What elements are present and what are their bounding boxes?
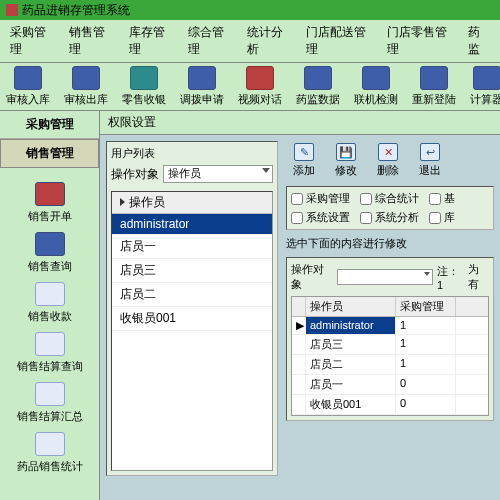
delete-icon: ✕	[378, 143, 398, 161]
stats-icon	[35, 432, 65, 456]
menu-inventory[interactable]: 库存管理	[123, 22, 178, 60]
perm-note2-label: 注：1	[437, 264, 464, 291]
add-icon: ✎	[294, 143, 314, 161]
user-row-2[interactable]: 店员三	[112, 259, 272, 283]
grid-row[interactable]: ▶administrator1	[292, 317, 488, 335]
sum-icon	[35, 382, 65, 406]
user-row-3[interactable]: 店员二	[112, 283, 272, 307]
chk-purchase[interactable]: 采购管理	[291, 191, 350, 206]
grid-col-perm: 采购管理	[396, 297, 456, 316]
content-panel: 权限设置 用户列表 操作对象 操作员 操作员 administrator 店员一…	[100, 111, 500, 500]
user-row-admin[interactable]: administrator	[112, 214, 272, 235]
app-icon	[6, 4, 18, 16]
action-bar: ✎添加 💾修改 ✕删除 ↩退出	[286, 141, 494, 180]
box-out-icon	[72, 66, 100, 90]
object-label: 操作对象	[111, 166, 159, 183]
menu-delivery[interactable]: 门店配送管理	[300, 22, 377, 60]
grid-row[interactable]: 店员一0	[292, 375, 488, 395]
tb-audit-in[interactable]: 审核入库	[6, 66, 50, 107]
relogin-icon	[420, 66, 448, 90]
grid-header: 操作员 采购管理	[292, 297, 488, 317]
menu-retail[interactable]: 门店零售管理	[381, 22, 458, 60]
chk-analysis[interactable]: 系统分析	[360, 210, 419, 225]
tb-calc[interactable]: 计算器	[470, 66, 500, 107]
perm-table-group: 操作对象 注：1 为有 操作员 采购管理 ▶administrator1 店员三…	[286, 257, 494, 421]
delete-button[interactable]: ✕删除	[372, 143, 404, 178]
transfer-icon	[188, 66, 216, 90]
tb-online[interactable]: 联机检测	[354, 66, 398, 107]
grid-row[interactable]: 收银员0010	[292, 395, 488, 415]
userlist-header: 操作员	[129, 195, 165, 209]
calculator-icon	[473, 66, 501, 90]
tb-cash[interactable]: 零售收银	[122, 66, 166, 107]
side-settle-query[interactable]: 销售结算查询	[4, 332, 95, 374]
sidetab-sales[interactable]: 销售管理	[0, 139, 99, 168]
grid-row[interactable]: 店员二1	[292, 355, 488, 375]
menu-stats[interactable]: 统计分析	[241, 22, 296, 60]
chevron-down-icon	[424, 272, 430, 276]
edit-button[interactable]: 💾修改	[330, 143, 362, 178]
object-dropdown[interactable]: 操作员	[163, 165, 273, 183]
menu-supervision[interactable]: 药监	[462, 22, 496, 60]
grid-col-operator: 操作员	[306, 297, 396, 316]
chevron-down-icon	[262, 168, 270, 173]
menu-general[interactable]: 综合管理	[182, 22, 237, 60]
title-bar: 药品进销存管理系统	[0, 0, 500, 20]
user-row-1[interactable]: 店员一	[112, 235, 272, 259]
tb-audit-out[interactable]: 审核出库	[64, 66, 108, 107]
perm-object-dropdown[interactable]	[337, 269, 433, 285]
side-sales-order[interactable]: 销售开单	[4, 182, 95, 224]
user-row-4[interactable]: 收银员001	[112, 307, 272, 331]
chk-settings[interactable]: 系统设置	[291, 210, 350, 225]
save-icon: 💾	[336, 143, 356, 161]
tb-video[interactable]: 视频对话	[238, 66, 282, 107]
side-sales-query[interactable]: 销售查询	[4, 232, 95, 274]
menu-bar: 采购管理 销售管理 库存管理 综合管理 统计分析 门店配送管理 门店零售管理 药…	[0, 20, 500, 63]
app-title: 药品进销存管理系统	[22, 2, 130, 19]
box-in-icon	[14, 66, 42, 90]
cash-icon	[130, 66, 158, 90]
exit-button[interactable]: ↩退出	[414, 143, 446, 178]
video-icon	[246, 66, 274, 90]
menu-purchase[interactable]: 采购管理	[4, 22, 59, 60]
user-list-group: 用户列表 操作对象 操作员 操作员 administrator 店员一 店员三 …	[106, 141, 278, 476]
chk-inv[interactable]: 库	[429, 210, 455, 225]
exit-icon: ↩	[420, 143, 440, 161]
permission-checks: 采购管理 综合统计 基 系统设置 系统分析 库	[286, 186, 494, 230]
perm-object-label: 操作对象	[291, 262, 333, 292]
chk-stats[interactable]: 综合统计	[360, 191, 419, 206]
user-list[interactable]: 操作员 administrator 店员一 店员三 店员二 收银员001	[111, 191, 273, 471]
object-value: 操作员	[164, 167, 201, 179]
tb-transfer[interactable]: 调拨申请	[180, 66, 224, 107]
grid-row[interactable]: 店员三1	[292, 335, 488, 355]
receipt-icon	[35, 282, 65, 306]
list-icon	[35, 332, 65, 356]
add-button[interactable]: ✎添加	[288, 143, 320, 178]
data-icon	[304, 66, 332, 90]
search-icon	[35, 232, 65, 256]
row-indicator-icon	[120, 198, 125, 206]
network-icon	[362, 66, 390, 90]
panel-title: 权限设置	[100, 111, 500, 135]
perm-grid[interactable]: 操作员 采购管理 ▶administrator1 店员三1 店员二1 店员一0 …	[291, 296, 489, 416]
right-panel: ✎添加 💾修改 ✕删除 ↩退出 采购管理 综合统计 基 系统设置 系统分析 库 …	[286, 141, 494, 476]
side-menu: 采购管理 销售管理 销售开单 销售查询 销售收款 销售结算查询 销售结算汇总 药…	[0, 111, 100, 500]
main-area: 采购管理 销售管理 销售开单 销售查询 销售收款 销售结算查询 销售结算汇总 药…	[0, 111, 500, 500]
tb-data[interactable]: 药监数据	[296, 66, 340, 107]
chk-base[interactable]: 基	[429, 191, 455, 206]
user-list-title: 用户列表	[111, 146, 273, 161]
toolbar: 审核入库 审核出库 零售收银 调拨申请 视频对话 药监数据 联机检测 重新登陆 …	[0, 63, 500, 111]
side-drug-stats[interactable]: 药品销售统计	[4, 432, 95, 474]
perm-note2-value: 为有	[468, 262, 489, 292]
sidetab-purchase[interactable]: 采购管理	[0, 111, 99, 139]
side-settle-sum[interactable]: 销售结算汇总	[4, 382, 95, 424]
tb-relogin[interactable]: 重新登陆	[412, 66, 456, 107]
perm-note: 选中下面的内容进行修改	[286, 236, 494, 251]
doc-red-icon	[35, 182, 65, 206]
side-sales-receipt[interactable]: 销售收款	[4, 282, 95, 324]
menu-sales[interactable]: 销售管理	[63, 22, 118, 60]
